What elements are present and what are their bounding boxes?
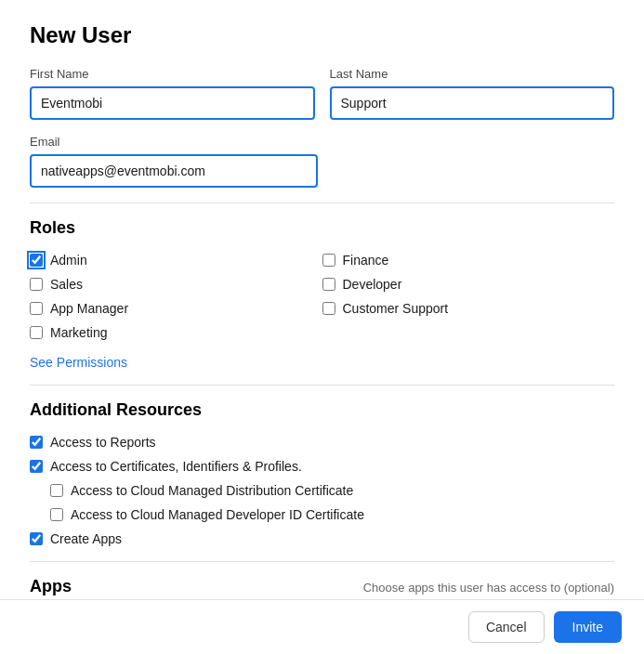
role-developer-label: Developer xyxy=(343,277,402,292)
resource-create-apps-label: Create Apps xyxy=(50,531,122,546)
resource-cloud-dev-item: Access to Cloud Managed Developer ID Cer… xyxy=(30,507,614,522)
resource-access-certs-checkbox[interactable] xyxy=(30,460,43,473)
role-finance-label: Finance xyxy=(343,253,389,268)
first-name-input[interactable] xyxy=(30,86,315,120)
divider-1 xyxy=(30,203,614,203)
role-customer-support-checkbox[interactable] xyxy=(322,302,335,315)
role-finance-item: Finance xyxy=(322,253,615,268)
role-sales-item: Sales xyxy=(30,277,322,292)
resource-cloud-dist-checkbox[interactable] xyxy=(50,484,63,497)
resource-access-certs-item: Access to Certificates, Identifiers & Pr… xyxy=(30,459,614,474)
resource-cloud-dist-item: Access to Cloud Managed Distribution Cer… xyxy=(30,483,614,498)
role-marketing-checkbox[interactable] xyxy=(30,326,43,339)
role-marketing-label: Marketing xyxy=(50,325,107,340)
role-app-manager-label: App Manager xyxy=(50,301,128,316)
resource-access-reports-label: Access to Reports xyxy=(50,435,156,450)
role-marketing-item: Marketing xyxy=(30,325,322,340)
role-app-manager-item: App Manager xyxy=(30,301,322,316)
resource-access-reports-checkbox[interactable] xyxy=(30,436,43,449)
resource-create-apps-item: Create Apps xyxy=(30,531,614,546)
resource-create-apps-checkbox[interactable] xyxy=(30,532,43,545)
role-finance-checkbox[interactable] xyxy=(322,254,335,267)
apps-title: Apps xyxy=(30,577,72,596)
footer-bar: Cancel Invite xyxy=(0,599,644,654)
page-title: New User xyxy=(30,22,614,48)
apps-note: Choose apps this user has access to (opt… xyxy=(363,581,614,595)
resource-access-certs-label: Access to Certificates, Identifiers & Pr… xyxy=(50,459,302,474)
email-input[interactable] xyxy=(30,154,318,188)
roles-title: Roles xyxy=(30,218,614,238)
role-sales-label: Sales xyxy=(50,277,83,292)
role-customer-support-item: Customer Support xyxy=(322,301,615,316)
cancel-button[interactable]: Cancel xyxy=(468,611,545,643)
role-sales-checkbox[interactable] xyxy=(30,278,43,291)
see-permissions-button[interactable]: See Permissions xyxy=(30,355,127,370)
first-name-label: First Name xyxy=(30,67,315,81)
role-admin-item: Admin xyxy=(30,253,322,268)
role-customer-support-label: Customer Support xyxy=(343,301,449,316)
invite-button[interactable]: Invite xyxy=(554,611,622,643)
last-name-input[interactable] xyxy=(330,86,615,120)
role-admin-checkbox[interactable] xyxy=(30,254,43,267)
role-admin-label: Admin xyxy=(50,253,87,268)
resource-cloud-dist-label: Access to Cloud Managed Distribution Cer… xyxy=(71,483,353,498)
last-name-label: Last Name xyxy=(330,67,615,81)
divider-2 xyxy=(30,385,614,386)
resource-cloud-dev-label: Access to Cloud Managed Developer ID Cer… xyxy=(71,507,364,522)
divider-3 xyxy=(30,561,614,562)
resource-cloud-dev-checkbox[interactable] xyxy=(50,508,63,521)
email-label: Email xyxy=(30,135,318,149)
role-developer-item: Developer xyxy=(322,277,615,292)
role-developer-checkbox[interactable] xyxy=(322,278,335,291)
role-app-manager-checkbox[interactable] xyxy=(30,302,43,315)
resource-access-reports-item: Access to Reports xyxy=(30,435,614,450)
additional-resources-title: Additional Resources xyxy=(30,400,614,420)
